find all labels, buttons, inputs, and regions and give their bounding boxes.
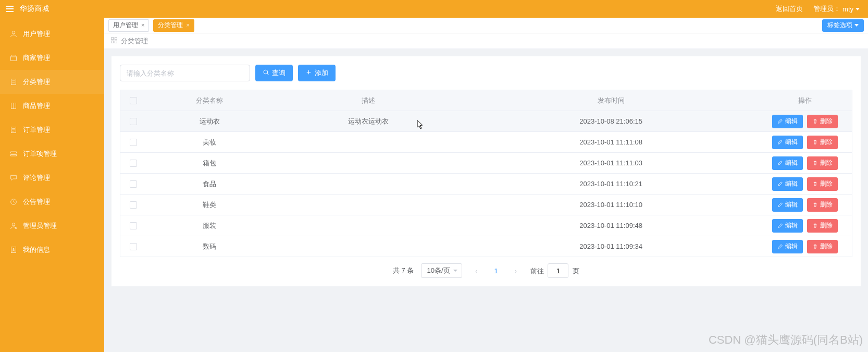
- delete-button[interactable]: 删除: [807, 240, 838, 253]
- svg-line-25: [267, 74, 269, 75]
- edit-button[interactable]: 编辑: [772, 219, 803, 233]
- edit-button[interactable]: 编辑: [772, 115, 803, 128]
- chevron-down-icon: [854, 24, 859, 27]
- close-icon[interactable]: ×: [186, 22, 189, 28]
- breadcrumb-text: 分类管理: [121, 37, 148, 46]
- page-size-select[interactable]: 10条/页: [421, 263, 462, 278]
- edit-button[interactable]: 编辑: [772, 240, 803, 253]
- svg-rect-2: [11, 79, 16, 85]
- table-row: 数码2023-10-01 11:09:34编辑删除: [120, 236, 852, 257]
- tab[interactable]: 分类管理×: [153, 19, 194, 32]
- search-input[interactable]: [120, 65, 250, 81]
- row-checkbox[interactable]: [130, 222, 137, 229]
- row-checkbox[interactable]: [130, 243, 137, 250]
- sidebar-item[interactable]: 商品管理: [0, 94, 104, 118]
- svg-line-15: [14, 202, 15, 202]
- cell-desc: [273, 236, 464, 257]
- edit-button[interactable]: 编辑: [772, 177, 803, 191]
- edit-button[interactable]: 编辑: [772, 156, 803, 170]
- comment-icon: [9, 174, 18, 182]
- user-icon: [9, 30, 18, 38]
- close-icon[interactable]: ×: [141, 22, 144, 28]
- edit-button[interactable]: 编辑: [772, 136, 803, 149]
- svg-rect-22: [111, 41, 114, 43]
- tabs-row: 用户管理×分类管理× 标签选项: [104, 18, 868, 33]
- cell-time: 2023-10-01 11:10:21: [464, 174, 759, 195]
- cell-desc: [273, 195, 464, 215]
- goto-prefix: 前往: [530, 267, 544, 275]
- cell-time: 2023-10-01 11:11:08: [464, 132, 759, 153]
- hamburger-icon[interactable]: [6, 6, 14, 12]
- grid-icon: [110, 37, 118, 45]
- sidebar-item[interactable]: 订单项管理: [0, 142, 104, 166]
- chevron-down-icon: [855, 8, 860, 10]
- tab[interactable]: 用户管理×: [108, 19, 149, 32]
- delete-button[interactable]: 删除: [807, 136, 838, 149]
- row-checkbox[interactable]: [130, 118, 137, 125]
- row-checkbox[interactable]: [130, 139, 137, 146]
- cell-time: 2023-10-01 11:09:34: [464, 236, 759, 257]
- sidebar-item[interactable]: 分类管理: [0, 70, 104, 94]
- brand-title: 华扬商城: [20, 4, 49, 14]
- cell-time: 2023-10-01 11:09:48: [464, 215, 759, 236]
- delete-button[interactable]: 删除: [807, 198, 838, 212]
- sidebar-item[interactable]: 商家管理: [0, 46, 104, 70]
- page-number[interactable]: 1: [491, 267, 501, 275]
- sidebar-item[interactable]: 我的信息: [0, 238, 104, 262]
- breadcrumb: 分类管理: [104, 33, 868, 49]
- row-checkbox[interactable]: [130, 180, 137, 188]
- svg-rect-23: [115, 41, 117, 43]
- sidebar-item-label: 用户管理: [23, 29, 50, 39]
- next-page-button[interactable]: ›: [509, 263, 523, 278]
- admin-prefix: 管理员：: [813, 4, 840, 14]
- sidebar-item-label: 评论管理: [23, 173, 50, 183]
- sidebar-item[interactable]: 管理员管理: [0, 214, 104, 238]
- sidebar-item[interactable]: 订单管理: [0, 118, 104, 142]
- add-button[interactable]: 添加: [298, 65, 336, 81]
- svg-rect-21: [115, 38, 117, 40]
- delete-button[interactable]: 删除: [807, 156, 838, 170]
- admin-name: mty: [842, 5, 853, 13]
- edit-button[interactable]: 编辑: [772, 198, 803, 212]
- table-row: 鞋类2023-10-01 11:10:10编辑删除: [120, 195, 852, 215]
- row-checkbox[interactable]: [130, 201, 137, 209]
- tab-label: 分类管理: [158, 21, 183, 30]
- admin-icon: [9, 222, 18, 230]
- table-row: 箱包2023-10-01 11:11:03编辑删除: [120, 153, 852, 174]
- col-ops: 操作: [759, 90, 852, 111]
- row-checkbox[interactable]: [130, 160, 137, 167]
- svg-rect-11: [11, 152, 17, 153]
- cell-desc: [273, 153, 464, 174]
- topbar: 返回首页 管理员： mty: [104, 0, 868, 18]
- col-name: 分类名称: [146, 90, 274, 111]
- cell-time: 2023-10-08 21:06:15: [464, 111, 759, 132]
- home-link[interactable]: 返回首页: [776, 4, 803, 14]
- chevron-down-icon: [453, 270, 457, 272]
- svg-point-19: [13, 248, 15, 250]
- total-text: 共 7 条: [393, 266, 414, 275]
- sidebar-item-label: 订单项管理: [23, 149, 57, 159]
- cell-name: 箱包: [146, 153, 274, 174]
- tab-label: 用户管理: [113, 21, 138, 30]
- delete-button[interactable]: 删除: [807, 115, 838, 128]
- cell-time: 2023-10-01 11:10:10: [464, 195, 759, 215]
- sidebar-item[interactable]: 用户管理: [0, 22, 104, 46]
- sidebar-item[interactable]: 公告管理: [0, 190, 104, 214]
- sidebar-item-label: 管理员管理: [23, 221, 57, 230]
- delete-button[interactable]: 删除: [807, 219, 838, 233]
- select-all-checkbox[interactable]: [130, 97, 137, 104]
- table-row: 运动衣运动衣运动衣2023-10-08 21:06:15编辑删除: [120, 111, 852, 132]
- query-button[interactable]: 查询: [255, 65, 293, 81]
- tab-options-button[interactable]: 标签选项: [822, 19, 864, 32]
- order-icon: [9, 126, 18, 134]
- cell-desc: [273, 174, 464, 195]
- goto-input[interactable]: [548, 263, 568, 278]
- prev-page-button[interactable]: ‹: [469, 263, 484, 278]
- delete-button[interactable]: 删除: [807, 177, 838, 191]
- user-dropdown[interactable]: 管理员： mty: [813, 4, 860, 14]
- sidebar-item[interactable]: 评论管理: [0, 166, 104, 190]
- cell-desc: [273, 215, 464, 236]
- search-icon: [263, 69, 269, 77]
- col-desc: 描述: [273, 90, 464, 111]
- svg-rect-20: [111, 38, 114, 40]
